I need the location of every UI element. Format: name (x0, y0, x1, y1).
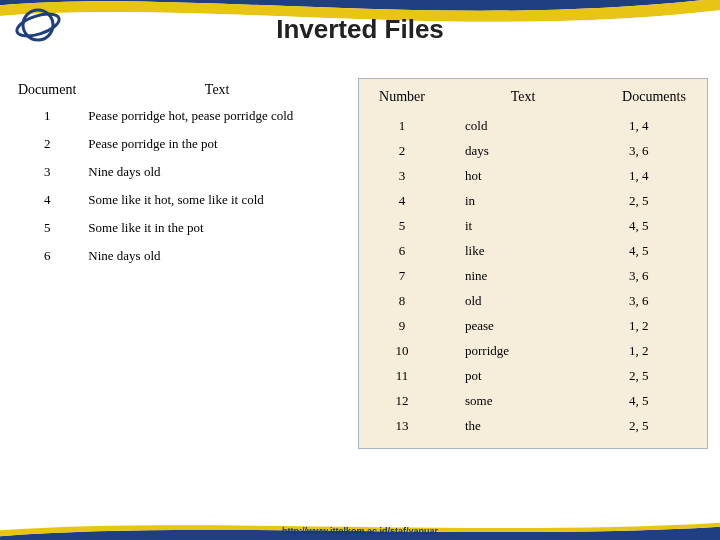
index-documents-cell: 3, 6 (609, 138, 699, 163)
document-text-cell: Some like it hot, some like it cold (82, 186, 352, 214)
table-row: 3Nine days old (12, 158, 352, 186)
header-band: Inverted Files (0, 0, 720, 60)
index-number-cell: 10 (367, 338, 437, 363)
documents-table: Document Text 1Pease porridge hot, pease… (12, 78, 352, 270)
index-number-cell: 6 (367, 238, 437, 263)
index-text-cell: pease (437, 313, 609, 338)
document-number-cell: 1 (12, 102, 82, 130)
index-header-number: Number (367, 85, 437, 113)
table-row: 2days3, 6 (367, 138, 699, 163)
index-documents-cell: 1, 2 (609, 338, 699, 363)
document-text-cell: Some like it in the pot (82, 214, 352, 242)
document-number-cell: 3 (12, 158, 82, 186)
index-number-cell: 13 (367, 413, 437, 438)
document-text-cell: Pease porridge hot, pease porridge cold (82, 102, 352, 130)
index-text-cell: nine (437, 263, 609, 288)
index-header-text: Text (437, 85, 609, 113)
table-row: 5Some like it in the pot (12, 214, 352, 242)
table-row: 4Some like it hot, some like it cold (12, 186, 352, 214)
index-text-cell: porridge (437, 338, 609, 363)
document-text-cell: Nine days old (82, 158, 352, 186)
index-text-cell: like (437, 238, 609, 263)
table-row: 9pease1, 2 (367, 313, 699, 338)
index-documents-cell: 4, 5 (609, 238, 699, 263)
index-text-cell: some (437, 388, 609, 413)
content-area: Document Text 1Pease porridge hot, pease… (12, 78, 708, 449)
table-row: 5it4, 5 (367, 213, 699, 238)
table-row: 10porridge1, 2 (367, 338, 699, 363)
index-number-cell: 3 (367, 163, 437, 188)
inverted-index-table-container: Number Text Documents 1cold1, 42days3, 6… (358, 78, 708, 449)
index-documents-cell: 2, 5 (609, 188, 699, 213)
documents-header-text: Text (82, 78, 352, 102)
index-text-cell: pot (437, 363, 609, 388)
index-number-cell: 9 (367, 313, 437, 338)
table-row: 6Nine days old (12, 242, 352, 270)
index-text-cell: cold (437, 113, 609, 138)
index-documents-cell: 4, 5 (609, 213, 699, 238)
table-row: 7nine3, 6 (367, 263, 699, 288)
table-row: 13the2, 5 (367, 413, 699, 438)
table-row: 11pot2, 5 (367, 363, 699, 388)
index-documents-cell: 2, 5 (609, 413, 699, 438)
index-number-cell: 7 (367, 263, 437, 288)
document-number-cell: 2 (12, 130, 82, 158)
table-row: 2Pease porridge in the pot (12, 130, 352, 158)
document-number-cell: 5 (12, 214, 82, 242)
index-documents-cell: 1, 2 (609, 313, 699, 338)
index-number-cell: 1 (367, 113, 437, 138)
document-text-cell: Pease porridge in the pot (82, 130, 352, 158)
table-row: 3hot1, 4 (367, 163, 699, 188)
index-number-cell: 5 (367, 213, 437, 238)
index-documents-cell: 3, 6 (609, 288, 699, 313)
documents-table-container: Document Text 1Pease porridge hot, pease… (12, 78, 352, 449)
index-documents-cell: 1, 4 (609, 163, 699, 188)
index-number-cell: 12 (367, 388, 437, 413)
table-row: 1cold1, 4 (367, 113, 699, 138)
index-number-cell: 11 (367, 363, 437, 388)
index-number-cell: 4 (367, 188, 437, 213)
document-number-cell: 6 (12, 242, 82, 270)
inverted-index-table: Number Text Documents 1cold1, 42days3, 6… (367, 85, 699, 438)
footer-url: http://www.ittelkom.ac.id/staf/yanuar (0, 526, 720, 536)
index-text-cell: the (437, 413, 609, 438)
page-title: Inverted Files (0, 14, 720, 45)
index-text-cell: in (437, 188, 609, 213)
index-header-documents: Documents (609, 85, 699, 113)
index-text-cell: old (437, 288, 609, 313)
index-number-cell: 2 (367, 138, 437, 163)
documents-header-document: Document (12, 78, 82, 102)
index-text-cell: it (437, 213, 609, 238)
table-row: 1Pease porridge hot, pease porridge cold (12, 102, 352, 130)
document-text-cell: Nine days old (82, 242, 352, 270)
table-row: 8old3, 6 (367, 288, 699, 313)
index-documents-cell: 4, 5 (609, 388, 699, 413)
table-row: 12some4, 5 (367, 388, 699, 413)
table-row: 4in2, 5 (367, 188, 699, 213)
index-documents-cell: 2, 5 (609, 363, 699, 388)
index-text-cell: days (437, 138, 609, 163)
document-number-cell: 4 (12, 186, 82, 214)
index-documents-cell: 1, 4 (609, 113, 699, 138)
table-row: 6like4, 5 (367, 238, 699, 263)
index-text-cell: hot (437, 163, 609, 188)
index-number-cell: 8 (367, 288, 437, 313)
index-documents-cell: 3, 6 (609, 263, 699, 288)
